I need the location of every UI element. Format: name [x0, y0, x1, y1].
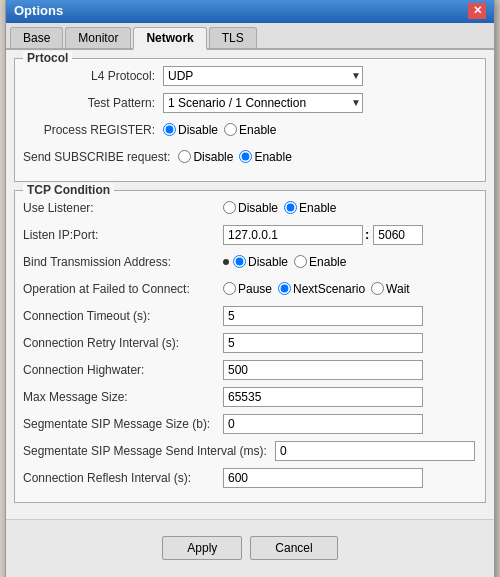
operation-wait-label[interactable]: Wait	[371, 282, 410, 296]
l4-protocol-label: L4 Protocol:	[23, 69, 163, 83]
use-listener-radio-group: Disable Enable	[223, 201, 336, 215]
operation-pause-label[interactable]: Pause	[223, 282, 272, 296]
segmentate-send-label: Segmentate SIP Message Send Interval (ms…	[23, 444, 275, 458]
process-register-row: Process REGISTER: Disable Enable	[23, 119, 477, 141]
max-message-row: Max Message Size:	[23, 386, 477, 408]
segmentate-sip-input[interactable]	[223, 414, 423, 434]
test-pattern-select-wrapper: 1 Scenario / 1 Connection ▼	[163, 93, 363, 113]
apply-button[interactable]: Apply	[162, 536, 242, 560]
operation-pause-radio[interactable]	[223, 282, 236, 295]
operation-failed-row: Operation at Failed to Connect: Pause Ne…	[23, 278, 477, 300]
bind-transmission-label: Bind Transmission Address:	[23, 255, 223, 269]
operation-wait-text: Wait	[386, 282, 410, 296]
connection-highwater-label: Connection Highwater:	[23, 363, 223, 377]
process-register-label: Process REGISTER:	[23, 123, 163, 137]
operation-pause-text: Pause	[238, 282, 272, 296]
use-listener-row: Use Listener: Disable Enable	[23, 197, 477, 219]
process-register-enable-radio[interactable]	[224, 123, 237, 136]
bind-transmission-enable-radio[interactable]	[294, 255, 307, 268]
window-title: Options	[14, 3, 63, 18]
operation-next-radio[interactable]	[278, 282, 291, 295]
max-message-input[interactable]	[223, 387, 423, 407]
protocol-group: Prtocol L4 Protocol: UDP TCP TLS ▼ Test …	[14, 58, 486, 182]
connection-retry-row: Connection Retry Interval (s):	[23, 332, 477, 354]
title-bar: Options ✕	[6, 0, 494, 23]
dot-icon	[223, 259, 229, 265]
send-subscribe-enable-text: Enable	[254, 150, 291, 164]
options-window: Options ✕ Base Monitor Network TLS Prtoc…	[5, 0, 495, 577]
send-subscribe-radio-group: Disable Enable	[178, 150, 291, 164]
segmentate-send-input[interactable]	[275, 441, 475, 461]
segmentate-send-row: Segmentate SIP Message Send Interval (ms…	[23, 440, 477, 462]
connection-retry-label: Connection Retry Interval (s):	[23, 336, 223, 350]
test-pattern-select[interactable]: 1 Scenario / 1 Connection	[163, 93, 363, 113]
process-register-disable-label[interactable]: Disable	[163, 123, 218, 137]
listen-port-input[interactable]	[373, 225, 423, 245]
bind-transmission-disable-radio[interactable]	[233, 255, 246, 268]
tab-base[interactable]: Base	[10, 27, 63, 48]
close-button[interactable]: ✕	[468, 3, 486, 19]
process-register-disable-radio[interactable]	[163, 123, 176, 136]
send-subscribe-enable-label[interactable]: Enable	[239, 150, 291, 164]
max-message-label: Max Message Size:	[23, 390, 223, 404]
send-subscribe-disable-radio[interactable]	[178, 150, 191, 163]
bind-transmission-disable-text: Disable	[248, 255, 288, 269]
connection-highwater-input[interactable]	[223, 360, 423, 380]
connection-reflesh-input[interactable]	[223, 468, 423, 488]
segmentate-sip-row: Segmentate SIP Message Size (b):	[23, 413, 477, 435]
operation-failed-label: Operation at Failed to Connect:	[23, 282, 223, 296]
use-listener-enable-radio[interactable]	[284, 201, 297, 214]
connection-timeout-row: Connection Timeout (s):	[23, 305, 477, 327]
l4-protocol-row: L4 Protocol: UDP TCP TLS ▼	[23, 65, 477, 87]
tab-bar: Base Monitor Network TLS	[6, 23, 494, 50]
tab-tls[interactable]: TLS	[209, 27, 257, 48]
use-listener-enable-label[interactable]: Enable	[284, 201, 336, 215]
port-separator: :	[365, 227, 369, 242]
tab-monitor[interactable]: Monitor	[65, 27, 131, 48]
connection-timeout-label: Connection Timeout (s):	[23, 309, 223, 323]
operation-radio-group: Pause NextScenario Wait	[223, 282, 410, 296]
process-register-radio-group: Disable Enable	[163, 123, 276, 137]
process-register-enable-text: Enable	[239, 123, 276, 137]
connection-retry-input[interactable]	[223, 333, 423, 353]
use-listener-enable-text: Enable	[299, 201, 336, 215]
tcp-group-label: TCP Condition	[23, 183, 114, 197]
use-listener-disable-label[interactable]: Disable	[223, 201, 278, 215]
process-register-disable-text: Disable	[178, 123, 218, 137]
l4-protocol-select-wrapper: UDP TCP TLS ▼	[163, 66, 363, 86]
use-listener-disable-text: Disable	[238, 201, 278, 215]
process-register-enable-label[interactable]: Enable	[224, 123, 276, 137]
cancel-button[interactable]: Cancel	[250, 536, 337, 560]
main-content: Prtocol L4 Protocol: UDP TCP TLS ▼ Test …	[6, 50, 494, 519]
bottom-section: Apply Cancel	[6, 519, 494, 578]
send-subscribe-row: Send SUBSCRIBE request: Disable Enable	[23, 146, 477, 168]
test-pattern-label: Test Pattern:	[23, 96, 163, 110]
operation-next-label[interactable]: NextScenario	[278, 282, 365, 296]
connection-reflesh-label: Connection Reflesh Interval (s):	[23, 471, 223, 485]
send-subscribe-enable-radio[interactable]	[239, 150, 252, 163]
listen-ip-row: Listen IP:Port: :	[23, 224, 477, 246]
test-pattern-row: Test Pattern: 1 Scenario / 1 Connection …	[23, 92, 477, 114]
bind-transmission-disable-label[interactable]: Disable	[233, 255, 288, 269]
bind-transmission-enable-text: Enable	[309, 255, 346, 269]
listen-ip-label: Listen IP:Port:	[23, 228, 223, 242]
tab-network[interactable]: Network	[133, 27, 206, 50]
button-row: Apply Cancel	[14, 536, 486, 560]
send-subscribe-disable-label[interactable]: Disable	[178, 150, 233, 164]
send-subscribe-label: Send SUBSCRIBE request:	[23, 150, 178, 164]
bind-transmission-row: Bind Transmission Address: Disable Enabl…	[23, 251, 477, 273]
operation-next-text: NextScenario	[293, 282, 365, 296]
tcp-group: TCP Condition Use Listener: Disable Enab…	[14, 190, 486, 503]
protocol-group-label: Prtocol	[23, 51, 72, 65]
listen-ip-input[interactable]	[223, 225, 363, 245]
connection-reflesh-row: Connection Reflesh Interval (s):	[23, 467, 477, 489]
send-subscribe-disable-text: Disable	[193, 150, 233, 164]
segmentate-sip-label: Segmentate SIP Message Size (b):	[23, 417, 223, 431]
bind-transmission-enable-label[interactable]: Enable	[294, 255, 346, 269]
use-listener-label: Use Listener:	[23, 201, 223, 215]
bind-transmission-radio-group: Disable Enable	[233, 255, 346, 269]
l4-protocol-select[interactable]: UDP TCP TLS	[163, 66, 363, 86]
connection-timeout-input[interactable]	[223, 306, 423, 326]
use-listener-disable-radio[interactable]	[223, 201, 236, 214]
operation-wait-radio[interactable]	[371, 282, 384, 295]
